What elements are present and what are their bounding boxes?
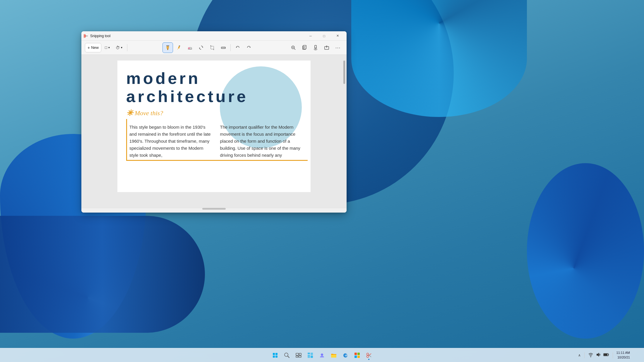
ellipsis-icon: ⋯ [335,44,341,51]
document-title: modern architecture [126,69,302,105]
handwriting-annotation: ✳ Move this? [126,108,302,118]
svg-marker-10 [177,49,178,50]
asterisk-mark: ✳ [126,108,133,118]
widgets-button[interactable] [305,350,316,361]
share-button[interactable] [321,42,332,53]
svg-rect-46 [275,356,278,358]
active-indicator [368,359,369,360]
svg-rect-43 [273,353,275,355]
svg-rect-52 [299,356,301,357]
svg-rect-71 [604,354,607,356]
toolbar-tools [130,42,287,53]
svg-rect-13 [188,47,190,49]
more-options-button[interactable]: ⋯ [333,42,343,53]
maximize-button[interactable]: □ [317,31,331,41]
taskbar: ∧ [0,348,644,362]
minimize-button[interactable]: ─ [304,31,317,41]
toolbar: + New □ ▾ ⏱ ▾ [81,41,347,55]
svg-line-48 [288,356,289,358]
zoom-in-button[interactable] [288,42,299,53]
file-explorer-button[interactable] [328,350,339,361]
svg-point-3 [84,34,85,36]
taskbar-center-icons [270,350,374,361]
body-column-2: The important qualifier for the Modern m… [220,124,302,159]
volume-icon[interactable] [596,352,601,358]
redo-button[interactable] [244,42,254,53]
shape-dropdown-arrow: ▾ [108,46,110,49]
eraser-tool-button[interactable] [185,42,195,53]
tray-clock-separator [613,352,613,358]
ruler-tool-button[interactable] [218,42,229,53]
svg-rect-50 [299,353,301,355]
svg-marker-68 [597,353,599,357]
app-icon [84,34,88,38]
tray-separator [584,352,585,358]
battery-icon[interactable] [603,352,609,358]
svg-rect-59 [354,353,357,355]
svg-rect-49 [296,353,299,355]
taskview-button[interactable] [293,350,304,361]
svg-point-63 [367,355,369,357]
pen-tool-button[interactable] [174,42,184,53]
start-button[interactable] [270,350,280,361]
svg-rect-17 [211,46,214,49]
microsoft-store-button[interactable] [352,350,362,361]
taskbar-tray: ∧ [578,351,639,360]
phone-button[interactable] [310,42,321,53]
swirl-decoration-top [351,0,527,117]
snipping-tool-window: Snipping tool ─ □ ✕ + New □ ▾ ⏱ ▾ [81,31,347,213]
bracket-annotation-box: This style began to bloom in the 1930's … [126,119,302,161]
highlighter-tool-button[interactable] [162,42,173,53]
edge-browser-button[interactable] [340,350,351,361]
svg-line-28 [294,49,295,50]
new-button[interactable]: + New [85,43,101,52]
svg-point-57 [321,354,323,356]
bottom-scrollbar-area [81,208,347,213]
search-taskbar-button[interactable] [282,350,292,361]
wifi-icon[interactable] [588,352,593,358]
svg-rect-36 [315,45,316,49]
swirl-decoration-right [527,163,644,339]
horizontal-scrollbar-thumb[interactable] [202,208,226,210]
toolbar-separator-1 [127,44,127,51]
chat-button[interactable] [317,350,327,361]
scrollbar-thumb[interactable] [343,61,345,84]
clock-icon: ⏱ [116,45,120,50]
svg-point-2 [84,36,85,37]
svg-rect-60 [357,353,360,355]
svg-point-67 [590,356,591,357]
annotation-area: ✳ Move this? This style began to bloom i… [126,108,302,161]
svg-marker-7 [167,49,168,50]
timer-dropdown-arrow: ▾ [121,46,122,49]
svg-rect-45 [273,356,275,358]
crop-tool-button[interactable] [207,42,217,53]
svg-point-64 [367,353,369,355]
svg-marker-42 [326,46,328,46]
document-body: This style began to bloom in the 1930's … [129,124,302,159]
svg-rect-6 [167,49,168,49]
svg-point-47 [285,353,288,356]
document-content: modern architecture ✳ Move this? This st… [117,61,311,192]
svg-rect-8 [166,45,169,46]
show-desktop-button[interactable] [632,352,639,359]
window-titlebar: Snipping tool ─ □ ✕ [81,31,347,41]
vertical-scrollbar[interactable] [343,61,345,148]
snipping-tool-taskbar-button[interactable] [364,350,374,361]
save-copy-button[interactable] [299,42,310,53]
toolbar-separator-2 [230,44,231,51]
window-title: Snipping tool [90,34,304,38]
svg-rect-55 [308,355,310,358]
timer-selector-button[interactable]: ⏱ ▾ [113,43,125,52]
show-hidden-icons-button[interactable]: ∧ [578,353,581,357]
svg-rect-61 [354,356,357,358]
shape-selector-button[interactable]: □ ▾ [102,43,112,52]
close-button[interactable]: ✕ [331,31,344,41]
touch-tool-button[interactable] [196,42,206,53]
svg-rect-56 [311,356,313,358]
undo-button[interactable] [232,42,243,53]
system-clock[interactable]: 11:11 AM 10/20/21 [616,351,630,360]
svg-line-66 [369,355,371,357]
toolbar-right-tools: ⋯ [288,42,343,53]
rectangle-icon: □ [105,45,107,50]
svg-rect-4 [86,36,88,36]
